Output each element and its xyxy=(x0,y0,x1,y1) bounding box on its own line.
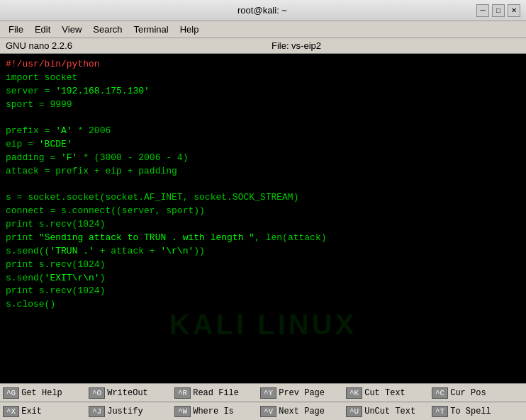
shortcut-key-j: ^J xyxy=(89,406,105,417)
shortcut-get-help[interactable]: ^G Get Help xyxy=(3,387,84,399)
shortcut-key-c: ^C xyxy=(432,387,448,399)
menu-view[interactable]: View xyxy=(56,23,87,36)
shortcut-exit[interactable]: ^X Exit xyxy=(3,406,84,417)
shortcut-label-exit: Exit xyxy=(21,407,42,416)
shortcut-prev-page[interactable]: ^Y Prev Page xyxy=(260,387,342,399)
shortcut-key-g: ^G xyxy=(3,387,19,399)
close-button[interactable]: ✕ xyxy=(508,4,520,17)
nano-version: GNU nano 2.2.6 xyxy=(6,40,72,51)
shortcut-read-file[interactable]: ^R Read File xyxy=(174,387,256,399)
nano-filename: File: vs-eip2 xyxy=(272,40,321,51)
menu-search[interactable]: Search xyxy=(87,23,128,36)
shortcut-key-v: ^V xyxy=(260,406,276,417)
shortcut-key-r: ^R xyxy=(174,387,191,399)
shortcut-bar-row2: ^X Exit ^J Justify ^W Where Is ^V Next P… xyxy=(0,402,526,420)
shortcut-writeout[interactable]: ^O WriteOut xyxy=(89,387,170,399)
shortcut-next-page[interactable]: ^V Next Page xyxy=(260,406,342,417)
menu-bar: File Edit View Search Terminal Help xyxy=(0,21,526,38)
window-title: root@kali: ~ xyxy=(48,5,476,16)
title-bar: root@kali: ~ ─ □ ✕ xyxy=(0,0,526,21)
shortcut-label-prev-page: Prev Page xyxy=(279,388,325,398)
shortcut-where-is[interactable]: ^W Where Is xyxy=(174,406,256,417)
shortcut-key-t: ^T xyxy=(432,406,448,417)
shortcut-bar-row1: ^G Get Help ^O WriteOut ^R Read File ^Y … xyxy=(0,383,526,402)
shortcut-label-get-help: Get Help xyxy=(21,388,62,398)
shortcut-key-y: ^Y xyxy=(260,387,276,399)
shortcut-label-next-page: Next Page xyxy=(279,407,325,416)
menu-terminal[interactable]: Terminal xyxy=(128,23,174,36)
shortcut-label-justify: Justify xyxy=(107,407,142,416)
terminal-area: #!/usr/bin/python import socket server =… xyxy=(0,54,526,383)
menu-file[interactable]: File xyxy=(3,23,29,36)
minimize-button[interactable]: ─ xyxy=(476,4,489,17)
window-controls[interactable]: ─ □ ✕ xyxy=(476,4,520,17)
shortcut-key-o: ^O xyxy=(89,387,105,399)
shortcut-label-to-spell: To Spell xyxy=(450,407,491,416)
shortcut-key-x: ^X xyxy=(3,406,19,417)
nano-info-bar: GNU nano 2.2.6 File: vs-eip2 xyxy=(0,38,526,54)
shortcut-label-read-file: Read File xyxy=(193,388,239,398)
shortcut-uncut-text[interactable]: ^U UnCut Text xyxy=(346,406,427,417)
menu-edit[interactable]: Edit xyxy=(29,23,56,36)
shortcut-to-spell[interactable]: ^T To Spell xyxy=(432,406,513,417)
shortcut-label-uncut-text: UnCut Text xyxy=(364,407,415,416)
shortcut-cur-pos[interactable]: ^C Cur Pos xyxy=(432,387,513,399)
maximize-button[interactable]: □ xyxy=(492,4,505,17)
code-content: #!/usr/bin/python import socket server =… xyxy=(6,58,520,312)
shortcut-key-u: ^U xyxy=(346,406,362,417)
shortcut-key-w: ^W xyxy=(174,406,191,417)
menu-help[interactable]: Help xyxy=(174,23,205,36)
shortcut-key-k: ^K xyxy=(346,387,362,399)
shortcut-label-writeout: WriteOut xyxy=(107,388,148,398)
shortcut-label-where-is: Where Is xyxy=(193,407,234,416)
shortcut-label-cur-pos: Cur Pos xyxy=(450,388,486,398)
shortcut-cut-text[interactable]: ^K Cut Text xyxy=(346,387,427,399)
shortcut-justify[interactable]: ^J Justify xyxy=(89,406,170,417)
shortcut-label-cut-text: Cut Text xyxy=(364,388,405,398)
kali-watermark: KALI LINUX xyxy=(169,309,357,341)
